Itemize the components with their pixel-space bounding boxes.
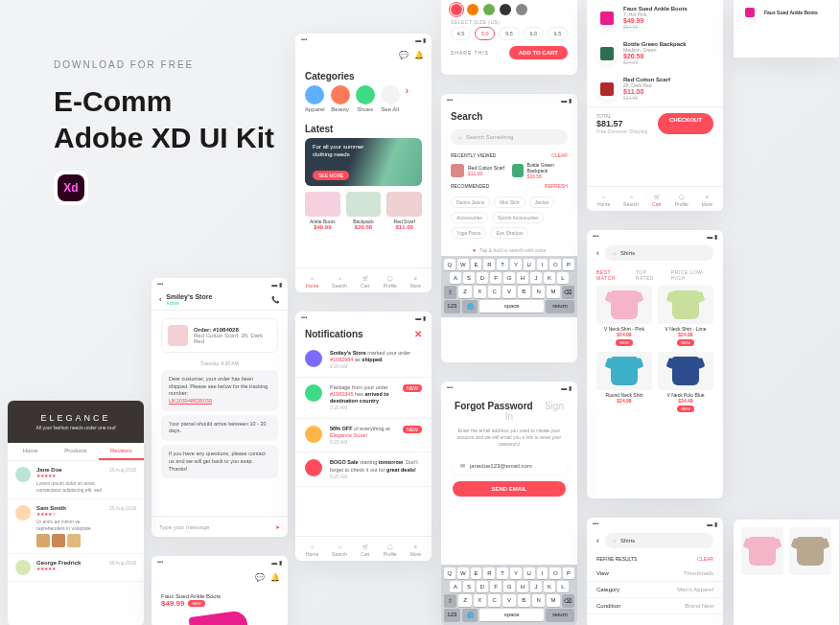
chip[interactable]: Jacket (529, 197, 554, 208)
swatch[interactable] (516, 4, 527, 15)
tab-profile[interactable]: ◯Profile (384, 542, 397, 557)
voice-hint[interactable]: Tap & hold to search with voice (441, 243, 577, 256)
product-card[interactable]: Ankle Boots$49.99 (305, 192, 340, 230)
filter-tab[interactable]: BEST MATCH (596, 269, 628, 281)
tab-search[interactable]: ⌕Search (623, 192, 639, 207)
size-option[interactable]: 5.0 (475, 27, 495, 40)
notif-icon[interactable]: 🔔 (270, 573, 280, 582)
message-input[interactable]: Type your message ➤ (152, 516, 288, 537)
category-see-all[interactable]: See All (381, 85, 400, 112)
tab-home[interactable]: Home (8, 443, 53, 460)
tab-more[interactable]: ≡More (410, 273, 421, 289)
chip[interactable]: Denim Jeans (451, 197, 490, 208)
product-card[interactable]: V Neck Polo Blue$34.49NEW (658, 352, 713, 412)
tab-home[interactable]: ⌂Home (597, 192, 610, 207)
tab-home[interactable]: ⌂Home (306, 273, 318, 289)
size-option[interactable]: 6.0 (524, 27, 544, 40)
back-icon[interactable]: ‹ (596, 536, 599, 545)
keyboard[interactable]: QWERTYUIOP ASDFGHJKL ⇧ZXCVBNM⌫ 123🌐space… (441, 256, 577, 317)
search-input[interactable]: ⌕ Search Something (451, 129, 568, 145)
notification-item[interactable]: BOGO Sale starting tomorrow. Don't forge… (295, 452, 432, 487)
filter-row[interactable]: ViewThumbnails (587, 566, 723, 582)
sale-icon (305, 426, 322, 443)
filter-row[interactable]: ConditionBrand New (587, 598, 723, 614)
clear-button[interactable]: CLEAR (697, 556, 713, 562)
add-to-cart-button[interactable]: ADD TO CART (509, 46, 568, 59)
product-card[interactable]: Round Neck Shirt$24.99 (596, 352, 652, 412)
swatch[interactable] (500, 4, 511, 15)
clear-button[interactable]: CLEAR (551, 152, 568, 158)
search-input[interactable]: ⌕ Shirts (605, 533, 713, 548)
promo-banner[interactable]: For all your summer clothing needs SEE M… (305, 138, 422, 186)
review-photo[interactable] (52, 534, 65, 547)
send-email-button[interactable]: SEND EMAIL (453, 481, 566, 497)
chip[interactable]: Sports Accessories (492, 212, 545, 223)
tab-search[interactable]: ⌕Search (332, 542, 347, 557)
tab-search[interactable]: ⌕Search (332, 273, 347, 289)
review-photo[interactable] (36, 534, 50, 547)
order-card[interactable]: Order: #1084028 Red Cotton Scarf, 2ft, D… (161, 318, 278, 353)
tab-more[interactable]: ≡More (410, 542, 421, 557)
tab-home[interactable]: ⌂Home (306, 542, 318, 557)
tab-cart[interactable]: 🛒Cart (361, 273, 370, 289)
category-shoes[interactable]: Shoes (356, 85, 375, 112)
store-name: Smiley's Store (166, 293, 271, 300)
size-option[interactable]: 4.5 (451, 27, 471, 40)
search-input[interactable]: ⌕ Shirts (605, 245, 713, 261)
keyboard[interactable]: QWERTYUIOP ASDFGHJKL ⇧ZXCVBNM⌫ 123🌐space… (441, 565, 577, 625)
swatch[interactable] (483, 4, 495, 15)
review-photo[interactable] (67, 534, 81, 547)
product-card[interactable]: V Neck Shirt - Pink$24.99NEW (596, 286, 652, 346)
product-card[interactable]: Backpack$20.58 (346, 192, 382, 230)
close-icon[interactable]: ✕ (414, 329, 422, 339)
tab-profile[interactable]: ◯Profile (384, 273, 397, 289)
status-bar: •••▬ ▮ (295, 312, 432, 323)
send-icon[interactable]: ➤ (275, 523, 280, 530)
tab-products[interactable]: Products (53, 443, 98, 460)
notification-item[interactable]: Smiley's Store marked your order #108298… (295, 343, 432, 378)
notification-item[interactable]: Package from your order #1982345 has arr… (295, 378, 432, 419)
call-icon[interactable]: 📞 (271, 296, 280, 304)
tab-cart[interactable]: 🛒Cart (652, 192, 662, 207)
chat-icon[interactable]: 💬 (399, 51, 408, 59)
screen-grid-fragment (734, 520, 839, 625)
promo-button[interactable]: SEE MORE (313, 171, 349, 180)
chevron-right-icon[interactable]: › (406, 85, 408, 112)
filter-tab[interactable]: PRICE LOW-HIGH (671, 269, 713, 281)
tab-profile[interactable]: ◯Profile (675, 192, 688, 207)
checkout-button[interactable]: CHECKOUT (658, 113, 713, 134)
chip[interactable]: Accessories (451, 212, 488, 223)
product-card[interactable]: Red Scarf$11.00 (386, 192, 422, 230)
product-card[interactable]: V Neck Shirt - Lime$24.99NEW (658, 286, 713, 346)
recent-item[interactable]: Bottle Green Backpack$20.58 (512, 162, 568, 179)
chat-icon[interactable]: 💬 (255, 573, 265, 582)
back-icon[interactable]: ‹ (596, 248, 599, 258)
cart-item[interactable]: Red Cotton Scarf2ft, Dark Red$11.00$24.9… (587, 71, 723, 106)
chip[interactable]: Eye Shadow (490, 227, 528, 239)
swatch[interactable] (451, 4, 462, 15)
chip[interactable]: Yoga Pants (451, 227, 486, 239)
tab-more[interactable]: ≡More (702, 192, 712, 207)
email-field[interactable]: ✉ janedoe123@email.com (453, 457, 566, 474)
cart-item[interactable]: Bottle Green BackpackMedium, Green$20.58… (587, 35, 723, 71)
header-actions: 💬 🔔 (295, 45, 432, 65)
notif-icon[interactable]: 🔔 (414, 51, 424, 59)
filter-tab[interactable]: TOP RATED (636, 269, 664, 281)
share-label[interactable]: SHARE THIS (451, 50, 489, 56)
category-beauty[interactable]: Beauty (331, 85, 350, 112)
tab-cart[interactable]: 🛒Cart (361, 542, 370, 557)
refresh-button[interactable]: REFRESH (545, 183, 568, 189)
tab-reviews[interactable]: Reviews (99, 443, 144, 460)
category-apparel[interactable]: Apparel (305, 85, 325, 112)
tracking-link[interactable]: UK20394882B038 (169, 398, 212, 404)
cart-item[interactable]: Faux Sued Ankle Boots7, Hot Pink$49.99$5… (587, 0, 723, 35)
filter-row[interactable]: CategoryMen's Apparel (587, 582, 723, 598)
notification-item[interactable]: 50% OFF of everything at Elegance Store!… (295, 419, 432, 453)
chip[interactable]: Mini Skirt (494, 197, 525, 208)
size-option[interactable]: 5.5 (499, 27, 519, 40)
chat-message: Your parcel should arrive between 10 - 2… (161, 415, 278, 441)
size-option[interactable]: 6.5 (548, 27, 568, 40)
recent-item[interactable]: Red Cotton Scarf$11.00 (451, 162, 506, 179)
swatch[interactable] (467, 4, 478, 15)
back-icon[interactable]: ‹ (159, 296, 161, 303)
